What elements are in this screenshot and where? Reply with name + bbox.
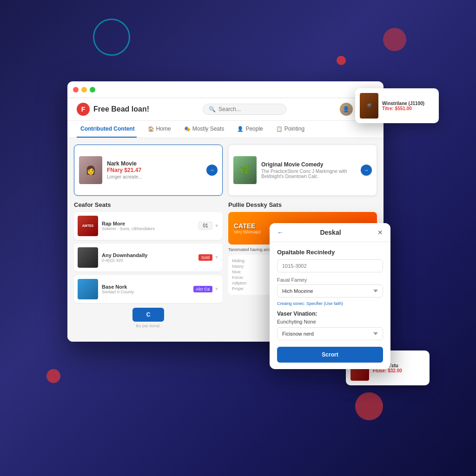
bottom-text: Bu par tional. <box>74 324 223 328</box>
modal-sub-label: Eunchyting None <box>277 319 383 324</box>
app-header: F Free Bead loan! 🔍 👤 Stinner <box>67 98 383 121</box>
catalog-section: Ceafor Seats AMTES Rap More Solemn - Sun… <box>74 201 223 341</box>
display-banner-left: CATEE Very Bilomap2 <box>234 222 261 234</box>
modal-input-1[interactable] <box>277 259 383 272</box>
browser-titlebar <box>67 81 383 98</box>
catalog-sub-3: Sontact 0 County <box>102 290 190 294</box>
float-price-top: Titre: $551.00 <box>382 106 424 111</box>
display-banner-title: CATEE <box>234 222 261 230</box>
catalog-name-2: Any Downhandally <box>102 252 195 258</box>
bg-decoration-5 <box>355 392 383 420</box>
dot-minimize[interactable] <box>81 87 87 93</box>
nav-item-seats[interactable]: 🎭 Mostly Seats <box>182 121 226 138</box>
nav-label-contributed: Contributed Content <box>80 126 135 132</box>
logo-icon: F <box>77 103 90 116</box>
catalog-item-1: AMTES Rap More Solemn - Suns, Ukhsndaler… <box>74 212 223 240</box>
modal-header: ← Deskal ✕ <box>270 223 390 242</box>
arrow-down-2[interactable]: ▼ <box>214 255 219 260</box>
featured-title-2: Original Movie Comedy <box>261 161 356 168</box>
nav-label-home: Home <box>156 126 171 132</box>
bg-decoration-4 <box>46 369 60 383</box>
catalog-sub-1: Solemn - Suns, Ukhsndalers <box>102 226 195 231</box>
modal-label-1: Faual Famey <box>277 277 383 283</box>
nav-icon-seats: 🎭 <box>184 126 191 132</box>
arrow-down-3[interactable]: ▼ <box>214 286 219 291</box>
catalog-item-2: Any Downhandally 0-4(s)1 920 Sold ▼ <box>74 244 223 271</box>
modal-hint: Creaing sonec: Specifier (Use faith) <box>277 301 383 306</box>
nav-item-people[interactable]: 👤 People <box>235 121 264 138</box>
continue-button[interactable]: C <box>132 308 165 322</box>
catalog-controls-1: 01 ▼ <box>198 222 219 230</box>
app-nav: Contributed Content 🏠 Home 🎭 Mostly Seat… <box>67 121 383 138</box>
modal-body: Opaltable Recinledy Faual Famey Hich Moc… <box>270 242 390 369</box>
search-input[interactable] <box>218 106 280 112</box>
catalog-info-2: Any Downhandally 0-4(s)1 920 <box>102 252 195 263</box>
catalog-item-3: Base Nork Sontact 0 County Alcr Ca ▼ <box>74 275 223 303</box>
featured-desc-1: Longer acreate... <box>107 174 202 179</box>
dot-maximize[interactable] <box>90 87 95 93</box>
modal-section-1-title: Opaltable Recinledy <box>277 249 383 256</box>
modal-title: Deskal <box>320 229 341 236</box>
featured-title-1: Nark Movie <box>107 160 202 167</box>
nav-label-people: People <box>245 126 263 132</box>
modal-dialog: ← Deskal ✕ Opaltable Recinledy Faual Fam… <box>270 223 390 369</box>
featured-card-2[interactable]: 🌿 Original Movie Comedy The PracticeStor… <box>228 145 377 196</box>
badge-avail-3: Alcr Ca <box>193 286 213 292</box>
floating-card-top: 🎬 Winstrilane (J1100) Titre: $551.00 <box>355 88 439 123</box>
avatar: 👤 <box>340 103 353 116</box>
featured-info-2: Original Movie Comedy The PracticeStore … <box>261 161 356 179</box>
catalog-section-title: Ceafor Seats <box>74 201 223 208</box>
nav-item-contributed[interactable]: Contributed Content <box>77 121 137 138</box>
catalog-thumb-1: AMTES <box>78 216 98 236</box>
nav-icon-home: 🏠 <box>148 126 154 132</box>
dot-close[interactable] <box>73 87 79 93</box>
modal-section-3-title: Vaser Vination: <box>277 311 383 317</box>
nav-label-seats: Mostly Seats <box>192 126 225 132</box>
catalog-controls-2: Sold ▼ <box>198 254 219 261</box>
bg-decoration-3 <box>383 28 406 51</box>
catalog-info-3: Base Nork Sontact 0 County <box>102 284 190 294</box>
badge-sold-2: Sold <box>198 254 212 261</box>
modal-close-button[interactable]: ✕ <box>377 229 383 236</box>
modal-select-1[interactable]: Hich Moceine <box>277 284 383 298</box>
catalog-controls-3: Alcr Ca ▼ <box>193 286 219 292</box>
nav-item-pointing[interactable]: 📋 Pointing <box>274 121 306 138</box>
bg-decoration-2 <box>337 56 346 65</box>
header-search[interactable]: 🔍 <box>203 104 286 115</box>
featured-thumb-2: 🌿 <box>233 156 257 184</box>
catalog-thumb-3 <box>78 279 98 299</box>
catalog-name-1: Rap More <box>102 221 195 226</box>
featured-price-1: FNary $21.47 <box>107 167 202 173</box>
browser-dots <box>73 87 95 93</box>
featured-action-2[interactable]: → <box>361 165 372 176</box>
arrow-down-1[interactable]: ▼ <box>214 223 219 228</box>
display-section-title: Pullie Dessky Sats <box>228 201 377 208</box>
featured-info-1: Nark Movie FNary $21.47 Longer acreate..… <box>107 160 202 179</box>
bg-decoration-1 <box>93 19 130 56</box>
nav-icon-pointing: 📋 <box>276 126 283 132</box>
featured-row: 👩 Nark Movie FNary $21.47 Longer acreate… <box>74 145 377 196</box>
float-info-top: Winstrilane (J1100) Titre: $551.00 <box>382 101 424 111</box>
modal-select-2[interactable]: Ficisnow nerd <box>277 327 383 340</box>
display-banner-subtitle: Very Bilomap2 <box>234 230 261 234</box>
app-title: Free Bead loan! <box>93 105 149 113</box>
modal-submit-button[interactable]: Scrort <box>277 347 383 363</box>
catalog-thumb-2 <box>78 247 98 268</box>
featured-desc-2: The PracticeStore Conc J Markmgne with B… <box>261 169 356 179</box>
nav-label-pointing: Pointing <box>284 126 304 132</box>
catalog-name-3: Base Nork <box>102 284 190 290</box>
featured-card-1[interactable]: 👩 Nark Movie FNary $21.47 Longer acreate… <box>74 145 223 196</box>
qty-1[interactable]: 01 <box>198 222 212 230</box>
catalog-info-1: Rap More Solemn - Suns, Ukhsndalers <box>102 221 195 231</box>
app-logo: F Free Bead loan! <box>77 103 149 116</box>
catalog-list: AMTES Rap More Solemn - Suns, Ukhsndaler… <box>74 212 223 303</box>
featured-thumb-1: 👩 <box>79 156 102 184</box>
search-icon: 🔍 <box>209 106 216 112</box>
catalog-sub-2: 0-4(s)1 920 <box>102 258 195 263</box>
modal-back-button[interactable]: ← <box>277 229 284 236</box>
float-title-top: Winstrilane (J1100) <box>382 101 424 106</box>
nav-item-home[interactable]: 🏠 Home <box>146 121 173 138</box>
featured-action-1[interactable]: → <box>206 165 218 176</box>
nav-icon-people: 👤 <box>237 126 244 132</box>
float-thumb-top: 🎬 <box>360 93 378 119</box>
